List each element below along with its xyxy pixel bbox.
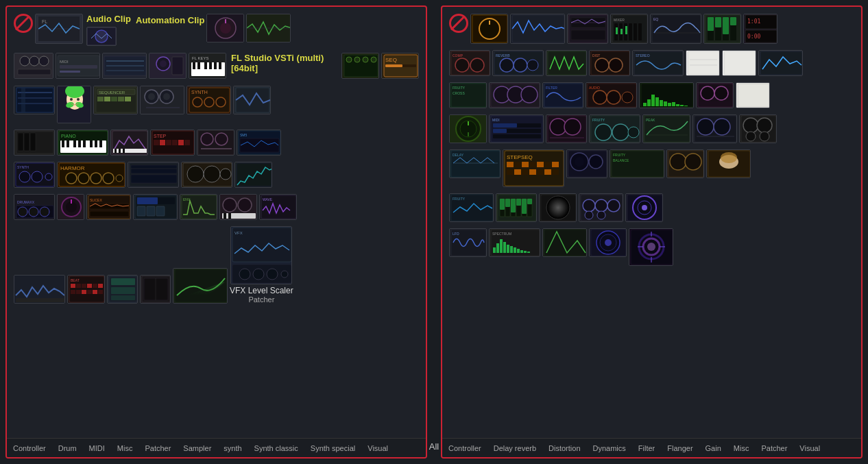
thumb-r7b[interactable]: BEAT (67, 275, 105, 304)
right-r5a[interactable]: DELAY (449, 149, 501, 178)
thumb-r2d[interactable] (149, 53, 186, 79)
thumb-r2a[interactable] (14, 53, 53, 79)
thumb-r3a[interactable] (14, 86, 55, 114)
right-thumb-r1e[interactable]: EQ (650, 14, 701, 44)
right-r4c[interactable] (546, 114, 587, 143)
thumb-r6b[interactable] (57, 194, 84, 220)
thumb-r6a[interactable]: DRUMAXX (14, 194, 55, 220)
right-thumb-r1d[interactable]: MIXER (610, 14, 648, 44)
thumb-r6g[interactable]: WAVE (259, 194, 297, 220)
right-r4g[interactable] (739, 114, 777, 143)
tab-right-filter[interactable]: Filter (636, 443, 657, 454)
right-r3a[interactable]: FRUITYCROSS (449, 82, 487, 108)
right-r6e[interactable] (625, 193, 663, 222)
right-r6a[interactable]: FRUITY (449, 193, 494, 222)
thumb-r5b[interactable]: HARMOR (57, 162, 125, 188)
tab-left-sampler[interactable]: Sampler (181, 443, 213, 454)
thumb-r5d[interactable] (181, 162, 232, 188)
right-r5e[interactable] (666, 149, 704, 178)
thumb-r4a[interactable] (14, 130, 55, 156)
thumb-r5c[interactable] (128, 162, 179, 188)
thumb-r2b[interactable]: MIDI (56, 53, 100, 79)
right-r4d[interactable]: FRUITY (589, 114, 640, 143)
right-r7d[interactable] (589, 228, 627, 257)
tab-right-visual[interactable]: Visual (797, 443, 822, 454)
right-r3d[interactable]: AUDIO (586, 82, 637, 108)
right-r4a[interactable] (449, 114, 487, 143)
right-r7a[interactable]: LFO (449, 228, 487, 257)
thumb-r2g[interactable]: SEQ (381, 53, 419, 79)
tab-left-patcher[interactable]: Patcher (143, 443, 173, 454)
tab-right-flanger[interactable]: Flanger (665, 443, 695, 454)
thumb-r7e[interactable] (173, 268, 228, 304)
right-thumb-r1a[interactable] (470, 14, 508, 44)
thumb-r3e[interactable] (233, 86, 271, 114)
thumb-r3d[interactable]: SYNTH (186, 86, 231, 114)
tab-left-misc[interactable]: Misc (115, 443, 135, 454)
right-r5d[interactable]: FRUITYBALANCE (610, 149, 664, 178)
right-r5b[interactable]: STEPSEQ (503, 149, 564, 187)
thumb-r1b[interactable] (246, 14, 291, 42)
right-r2c[interactable] (546, 50, 587, 76)
right-thumb-r1b[interactable] (510, 14, 565, 44)
right-r6d[interactable] (579, 193, 623, 222)
thumb-r4d[interactable]: STEP (150, 130, 195, 156)
right-r7c[interactable] (542, 228, 587, 257)
right-thumb-r1f[interactable] (703, 14, 741, 44)
right-r2a[interactable]: COMP (449, 50, 490, 76)
tab-left-controller[interactable]: Controller (11, 443, 48, 454)
tab-left-synth[interactable]: synth (221, 443, 243, 454)
right-r6c[interactable] (539, 193, 577, 222)
thumb-r6f[interactable] (219, 194, 257, 220)
right-r3c[interactable]: FILTER (542, 82, 583, 108)
tab-left-visual[interactable]: Visual (365, 443, 390, 454)
thumb-r7a[interactable] (14, 275, 65, 304)
right-r2f[interactable] (686, 50, 720, 76)
anime-char-thumb[interactable] (57, 86, 91, 123)
thumb-r3c[interactable] (140, 86, 184, 114)
right-r3b[interactable] (489, 82, 540, 108)
tab-right-gain[interactable]: Gain (703, 443, 723, 454)
tab-left-midi[interactable]: MIDI (87, 443, 107, 454)
tab-right-misc[interactable]: Misc (732, 443, 751, 454)
right-thumb-timer[interactable]: 1:010:00 (743, 14, 777, 44)
tab-right-distortion[interactable]: Distortion (546, 443, 582, 454)
audio-clip-thumb[interactable]: FL (35, 14, 83, 44)
thumb-r4b[interactable]: PIANO (57, 130, 108, 156)
right-r7e[interactable] (629, 228, 673, 266)
tab-right-patcher[interactable]: Patcher (759, 443, 789, 454)
right-r2d[interactable]: DIST (589, 50, 630, 76)
tab-right-delay-reverb[interactable]: Delay reverb (492, 443, 538, 454)
thumb-r6c[interactable]: SLICEX (86, 194, 131, 220)
thumb-r6e[interactable]: ENV (180, 194, 217, 220)
tab-right-dynamics[interactable]: Dynamics (591, 443, 628, 454)
thumb-r7c[interactable] (107, 275, 138, 304)
right-r4e[interactable]: PEAK (642, 114, 690, 143)
thumb-r3b[interactable]: SEQUENCER (93, 86, 138, 114)
thumb-r4f[interactable]: SM5 (237, 130, 281, 156)
right-r4f[interactable] (692, 114, 737, 143)
right-r3e[interactable] (639, 82, 694, 108)
automation-clip-thumb[interactable] (86, 27, 117, 46)
right-r2h[interactable] (758, 50, 803, 76)
tab-left-drum[interactable]: Drum (56, 443, 79, 454)
tab-left-synth-classic[interactable]: Synth classic (252, 443, 300, 454)
vfx-thumb[interactable]: VFX (230, 226, 292, 284)
right-r2g[interactable] (722, 50, 756, 76)
thumb-r4e[interactable] (197, 130, 234, 156)
right-r5f[interactable] (706, 149, 751, 178)
right-r2b[interactable]: REVERB (492, 50, 544, 76)
thumb-r1a[interactable] (206, 14, 244, 42)
thumb-r6d[interactable] (133, 194, 178, 220)
tab-left-synth-special[interactable]: Synth special (309, 443, 357, 454)
thumb-r2e[interactable]: FL KEYS (189, 53, 226, 79)
thumb-r5e[interactable] (234, 162, 272, 188)
tab-right-controller[interactable]: Controller (446, 443, 483, 454)
thumb-r2f[interactable] (341, 53, 379, 79)
thumb-r4c[interactable] (110, 130, 148, 156)
right-r4b[interactable]: MIDI (489, 114, 544, 143)
right-r5c[interactable] (566, 149, 607, 178)
right-r6b[interactable] (496, 193, 537, 222)
right-r7b[interactable]: SPECTRUM (489, 228, 540, 257)
thumb-r7d[interactable] (140, 275, 171, 304)
